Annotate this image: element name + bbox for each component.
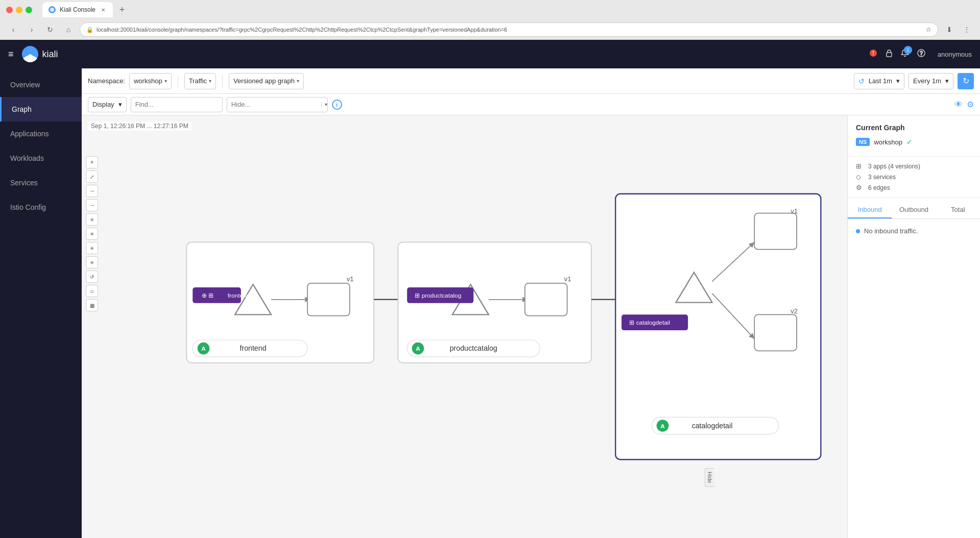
fit-button[interactable]: ⤢ <box>86 170 98 183</box>
display-label: Display <box>92 101 114 108</box>
no-traffic-text: No inbound traffic. <box>864 227 918 235</box>
layout-button-4[interactable]: ✳ <box>86 256 98 268</box>
last-time-selector[interactable]: ↺ Last 1m ▾ <box>854 73 904 89</box>
graph-canvas: Sep 1, 12:26:16 PM ... 12:27:16 PM + ⤢ →… <box>82 115 847 538</box>
graph-svg: v1 A frontend ⊕ ⊞ frontend <box>82 115 847 538</box>
last-time-label: Last 1m <box>869 77 892 85</box>
grid-button[interactable]: ▦ <box>86 299 98 311</box>
services-label: 3 services <box>868 174 896 181</box>
panel-content: No inbound traffic. <box>848 219 980 243</box>
namespace-dropdown[interactable]: workshop ▾ <box>129 73 172 89</box>
last-time-caret-icon: ▾ <box>896 77 900 85</box>
sidebar: Overview Graph Applications Workloads Se… <box>0 68 82 538</box>
panel-tabs: Inbound Outbound Total <box>848 202 980 219</box>
new-tab-button[interactable]: + <box>115 3 129 17</box>
traffic-dropdown[interactable]: Traffic ▾ <box>184 73 216 89</box>
back-button[interactable]: ‹ <box>6 22 20 37</box>
active-tab[interactable]: Kiali Console ✕ <box>42 2 113 17</box>
hide-input-container: ▾ <box>227 97 328 112</box>
address-bar[interactable]: 🔒 localhost:20001/kiali/console/graph/na… <box>80 22 938 37</box>
layout-button-2[interactable]: ✳ <box>86 228 98 240</box>
reset-button[interactable]: ↺ <box>86 271 98 283</box>
hide-panel-toggle[interactable]: Hide <box>705 468 714 487</box>
catalogdetail-v2-box[interactable] <box>754 314 797 351</box>
tab-inbound[interactable]: Inbound <box>848 202 892 218</box>
services-stats-row: ◇ 3 services <box>848 172 980 182</box>
productcatalog-workload-box[interactable] <box>525 283 567 316</box>
forward-button[interactable]: › <box>25 22 39 37</box>
download-icon[interactable]: ⬇ <box>942 22 957 37</box>
every-time-selector[interactable]: Every 1m ▾ <box>909 73 953 89</box>
toolbar-actions: ⬇ ⋮ <box>942 22 974 37</box>
svg-rect-3 <box>887 53 892 57</box>
productcatalog-icon-text: ⊞ productcatalog <box>415 292 462 299</box>
layout-button-1[interactable]: ✳ <box>86 213 98 226</box>
info-icon[interactable]: i <box>332 100 342 110</box>
lock-header-icon[interactable] <box>886 49 893 59</box>
graph-type-dropdown[interactable]: Versioned app graph ▾ <box>229 73 304 89</box>
tab-favicon <box>49 6 56 13</box>
frontend-icon-text: ⊕ ⊞ <box>202 292 213 299</box>
tab-total[interactable]: Total <box>936 202 980 218</box>
sidebar-item-workloads[interactable]: Workloads <box>0 146 82 170</box>
tab-close-button[interactable]: ✕ <box>100 6 107 13</box>
sidebar-item-istio-config[interactable]: Istio Config <box>0 195 82 219</box>
frontend-a-letter: A <box>201 345 206 352</box>
header-icons: ! 1 ? anonymous <box>869 49 972 59</box>
smiley-button[interactable]: ☺ <box>86 285 98 297</box>
tab-outbound[interactable]: Outbound <box>892 202 936 218</box>
svg-point-0 <box>50 8 54 12</box>
view-icons: 👁 ⚙ <box>954 100 974 109</box>
reload-button[interactable]: ↻ <box>43 22 57 37</box>
minimize-button[interactable] <box>16 7 22 13</box>
display-dropdown[interactable]: Display ▾ <box>88 97 127 112</box>
productcatalog-a-letter: A <box>416 345 420 352</box>
content-area: Namespace: workshop ▾ Traffic ▾ Versione… <box>82 68 980 538</box>
sidebar-item-applications[interactable]: Applications <box>0 121 82 146</box>
bell-icon[interactable]: 1 <box>901 49 909 59</box>
arrow-right-button-2[interactable]: → <box>86 199 98 211</box>
home-button[interactable]: ⌂ <box>61 22 76 37</box>
edges-stats-row: ⚙ 6 edges <box>848 182 980 193</box>
panel-divider-2 <box>848 197 980 198</box>
bookmark-icon[interactable]: ☆ <box>926 26 931 33</box>
alert-icon[interactable]: ! <box>869 49 877 59</box>
apps-icon: ⊞ <box>856 162 864 170</box>
graph-type-caret-icon: ▾ <box>297 78 299 84</box>
kiali-logo-icon <box>22 46 38 62</box>
sidebar-item-graph[interactable]: Graph <box>0 97 82 121</box>
hide-input[interactable] <box>227 97 319 112</box>
hamburger-icon[interactable]: ≡ <box>8 49 14 60</box>
browser-chrome: Kiali Console ✕ + ‹ › ↻ ⌂ 🔒 localhost:20… <box>0 0 980 40</box>
close-button[interactable] <box>6 7 13 13</box>
browser-titlebar: Kiali Console ✕ + <box>0 0 980 19</box>
frontend-workload-name: frontend <box>228 292 250 299</box>
user-label[interactable]: anonymous <box>938 51 972 58</box>
traffic-label: Traffic <box>189 77 207 85</box>
main-content: Overview Graph Applications Workloads Se… <box>0 68 980 538</box>
refresh-button[interactable]: ↻ <box>958 73 974 89</box>
sidebar-item-overview[interactable]: Overview <box>0 72 82 97</box>
hide-dropdown-arrow[interactable]: ▾ <box>321 102 327 107</box>
every-caret-icon: ▾ <box>945 77 949 85</box>
catalogdetail-v1-box[interactable] <box>754 213 797 250</box>
url-text: localhost:20001/kiali/console/graph/name… <box>97 27 507 33</box>
help-icon[interactable]: ? <box>917 49 925 59</box>
app-header: ≡ kiali ! 1 ? anonymous <box>0 40 980 68</box>
browser-tabs: Kiali Console ✕ + <box>42 2 129 17</box>
eye-icon[interactable]: 👁 <box>954 100 963 109</box>
zoom-in-button[interactable]: + <box>86 156 98 168</box>
catalogdetail-icon-text: ⊞ catalogdetail <box>629 319 670 326</box>
layout-button-3[interactable]: ✳ <box>86 242 98 254</box>
arrow-right-button-1[interactable]: → <box>86 185 98 197</box>
toolbar-right: ↺ Last 1m ▾ Every 1m ▾ ↻ <box>854 73 974 89</box>
refresh-history-icon: ↺ <box>858 77 865 85</box>
traffic-caret-icon: ▾ <box>209 78 211 84</box>
maximize-button[interactable] <box>26 7 32 13</box>
services-icon: ◇ <box>856 173 864 181</box>
find-input[interactable] <box>131 97 223 112</box>
menu-icon[interactable]: ⋮ <box>960 22 974 37</box>
sidebar-item-services[interactable]: Services <box>0 170 82 195</box>
frontend-workload-box[interactable] <box>307 283 350 316</box>
settings-icon[interactable]: ⚙ <box>967 100 974 109</box>
